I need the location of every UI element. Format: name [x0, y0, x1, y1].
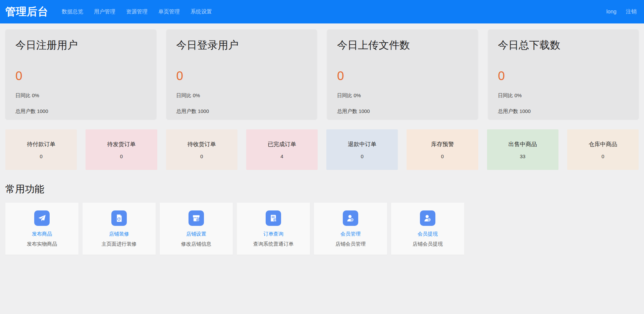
quick-action-name: 店铺装修 — [83, 231, 156, 237]
nav-item-0[interactable]: 数据总览 — [62, 8, 83, 15]
quick-action-0[interactable]: 发布商品发布实物商品 — [5, 203, 78, 255]
stat-card-0: 今日注册用户0日同比 0%总用户数 1000 — [5, 29, 156, 119]
order-tile-5[interactable]: 库存预警0 — [407, 129, 478, 170]
stat-card-title: 今日登录用户 — [176, 38, 307, 52]
quick-actions-grid: 发布商品发布实物商品店铺装修主页面进行装修店铺设置修改店铺信息订单查询查询系统普… — [5, 203, 639, 255]
order-tile-label: 仓库中商品 — [589, 140, 617, 148]
order-tile-count: 0 — [601, 153, 604, 159]
nav-item-1[interactable]: 用户管理 — [94, 8, 115, 15]
member-manage-icon: v — [343, 210, 358, 226]
order-tile-label: 待收货订单 — [187, 140, 216, 148]
main-nav: 数据总览用户管理资源管理单页管理系统设置 — [62, 8, 212, 15]
member-withdraw-icon: ¥ — [420, 210, 435, 226]
order-tile-count: 0 — [120, 153, 123, 159]
stat-card-title: 今日上传文件数 — [337, 38, 468, 52]
quick-action-name: 会员提现 — [391, 231, 464, 237]
username-link[interactable]: long — [606, 9, 616, 15]
order-tile-0[interactable]: 待付款订单0 — [5, 129, 77, 170]
quick-action-name: 店铺设置 — [160, 231, 233, 237]
order-tile-2[interactable]: 待收货订单0 — [166, 129, 237, 170]
logout-link[interactable]: 注销 — [626, 8, 637, 15]
quick-action-desc: 发布实物商品 — [5, 241, 78, 247]
order-tile-count: 0 — [441, 153, 444, 159]
order-tile-label: 出售中商品 — [508, 140, 537, 148]
nav-user-area: long 注销 — [606, 8, 637, 15]
quick-action-4[interactable]: v会员管理店铺会员管理 — [314, 203, 387, 255]
order-tile-count: 0 — [200, 153, 203, 159]
quick-action-5[interactable]: ¥会员提现店铺会员提现 — [391, 203, 464, 255]
order-tile-count: 0 — [361, 153, 363, 159]
paper-plane-icon — [34, 210, 50, 226]
stat-cards-row: 今日注册用户0日同比 0%总用户数 1000今日登录用户0日同比 0%总用户数 … — [0, 23, 644, 119]
order-tile-count: 0 — [40, 153, 42, 159]
stat-card-total-users: 总用户数 1000 — [15, 108, 146, 115]
order-tile-3[interactable]: 已完成订单4 — [246, 129, 318, 170]
stat-card-title: 今日总下载数 — [498, 38, 629, 52]
quick-action-desc: 主页面进行装修 — [83, 241, 156, 247]
section-title-common-functions: 常用功能 — [5, 183, 639, 196]
stat-card-day-ratio: 日同比 0% — [15, 92, 146, 99]
quick-action-desc: 修改店铺信息 — [160, 241, 233, 247]
nav-item-3[interactable]: 单页管理 — [158, 8, 180, 15]
dashboard-main: 今日注册用户0日同比 0%总用户数 1000今日登录用户0日同比 0%总用户数 … — [0, 23, 644, 255]
top-navbar: 管理后台 数据总览用户管理资源管理单页管理系统设置 long 注销 — [0, 0, 644, 23]
order-tile-7[interactable]: 仓库中商品0 — [567, 129, 639, 170]
order-tile-1[interactable]: 待发货订单0 — [86, 129, 157, 170]
svg-text:v: v — [352, 218, 353, 221]
stat-card-total-users: 总用户数 1000 — [337, 108, 468, 115]
stat-card-1: 今日登录用户0日同比 0%总用户数 1000 — [166, 29, 317, 119]
stat-card-value: 0 — [337, 69, 468, 83]
order-tile-count: 4 — [280, 153, 283, 159]
stat-card-3: 今日总下载数0日同比 0%总用户数 1000 — [488, 29, 639, 119]
quick-action-name: 订单查询 — [237, 231, 310, 237]
stat-card-total-users: 总用户数 1000 — [498, 108, 629, 115]
quick-action-3[interactable]: 订单查询查询系统普通订单 — [237, 203, 310, 255]
nav-item-4[interactable]: 系统设置 — [191, 8, 212, 15]
app-title: 管理后台 — [5, 5, 48, 19]
stat-card-value: 0 — [498, 69, 629, 83]
order-tile-count: 33 — [520, 153, 526, 159]
order-tile-label: 库存预警 — [431, 140, 454, 148]
order-tiles-row: 待付款订单0待发货订单0待收货订单0已完成订单4退款中订单0库存预警0出售中商品… — [0, 129, 644, 170]
quick-action-name: 会员管理 — [314, 231, 387, 237]
stat-card-value: 0 — [15, 69, 146, 83]
shop-settings-icon — [189, 210, 204, 226]
quick-action-desc: 店铺会员提现 — [391, 241, 464, 247]
stat-card-value: 0 — [176, 69, 307, 83]
order-tile-label: 待发货订单 — [107, 140, 136, 148]
quick-action-name: 发布商品 — [5, 231, 78, 237]
order-tile-6[interactable]: 出售中商品33 — [487, 129, 558, 170]
stat-card-2: 今日上传文件数0日同比 0%总用户数 1000 — [327, 29, 478, 119]
stat-card-day-ratio: 日同比 0% — [498, 92, 629, 99]
page-decorate-icon — [111, 210, 127, 226]
stat-card-total-users: 总用户数 1000 — [176, 108, 307, 115]
order-search-icon — [266, 210, 281, 226]
order-tile-label: 已完成订单 — [268, 140, 296, 148]
quick-action-desc: 店铺会员管理 — [314, 241, 387, 247]
quick-action-2[interactable]: 店铺设置修改店铺信息 — [160, 203, 233, 255]
stat-card-title: 今日注册用户 — [15, 38, 146, 52]
order-tile-label: 退款中订单 — [348, 140, 376, 148]
stat-card-day-ratio: 日同比 0% — [176, 92, 307, 99]
quick-functions-section: 常用功能 发布商品发布实物商品店铺装修主页面进行装修店铺设置修改店铺信息订单查询… — [0, 183, 644, 255]
quick-action-desc: 查询系统普通订单 — [237, 241, 310, 247]
stat-card-day-ratio: 日同比 0% — [337, 92, 468, 99]
nav-item-2[interactable]: 资源管理 — [126, 8, 148, 15]
order-tile-4[interactable]: 退款中订单0 — [326, 129, 398, 170]
order-tile-label: 待付款订单 — [27, 140, 55, 148]
quick-action-1[interactable]: 店铺装修主页面进行装修 — [83, 203, 156, 255]
